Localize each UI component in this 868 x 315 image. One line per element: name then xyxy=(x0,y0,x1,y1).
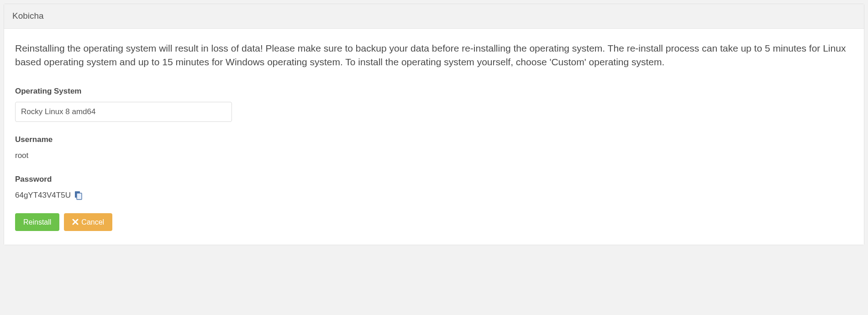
panel-body: Reinstalling the operating system will r… xyxy=(4,29,864,245)
password-value: 64gYT43V4T5U xyxy=(15,189,71,201)
username-field: Username root xyxy=(15,134,853,162)
password-field: Password 64gYT43V4T5U xyxy=(15,173,853,201)
reinstall-button[interactable]: Reinstall xyxy=(15,213,59,231)
reinstall-panel: Kobicha Reinstalling the operating syste… xyxy=(4,4,864,245)
reinstall-button-label: Reinstall xyxy=(23,218,51,226)
svg-rect-1 xyxy=(77,193,82,200)
username-value: root xyxy=(15,150,853,162)
copy-icon[interactable] xyxy=(74,191,83,200)
username-label: Username xyxy=(15,134,853,146)
action-buttons: Reinstall Cancel xyxy=(15,213,853,231)
password-label: Password xyxy=(15,173,853,185)
os-label: Operating System xyxy=(15,85,853,97)
warning-description: Reinstalling the operating system will r… xyxy=(15,42,853,69)
close-icon xyxy=(72,219,79,225)
os-select[interactable]: Rocky Linux 8 amd64 xyxy=(15,102,232,122)
panel-title: Kobicha xyxy=(4,4,864,29)
os-field: Operating System Rocky Linux 8 amd64 xyxy=(15,85,853,122)
cancel-button[interactable]: Cancel xyxy=(64,213,112,231)
cancel-button-label: Cancel xyxy=(81,218,104,226)
